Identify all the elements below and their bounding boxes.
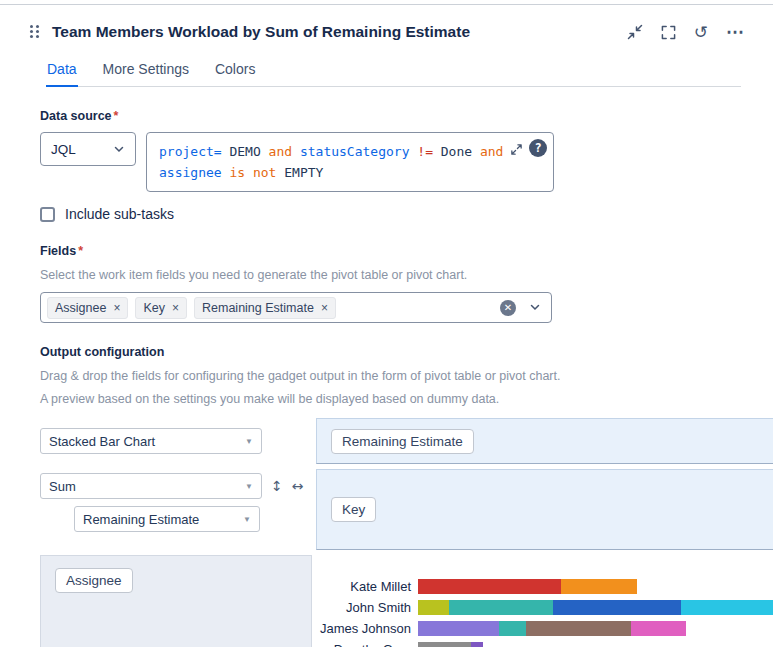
fields-chevron-down-icon[interactable] xyxy=(529,299,541,317)
chart-bar xyxy=(418,621,686,636)
required-asterisk: * xyxy=(78,244,83,258)
chart-bar-segment xyxy=(418,600,449,615)
chart-bar-segment xyxy=(418,579,561,594)
select-arrow-icon: ▼ xyxy=(245,482,253,491)
chart-bar-segment xyxy=(631,621,686,636)
chart-bar xyxy=(418,642,483,647)
rows-field-chip[interactable]: Key xyxy=(331,497,376,522)
fields-label: Fields* xyxy=(40,244,745,258)
field-chip[interactable]: Key× xyxy=(135,297,187,319)
chart-bar-segment xyxy=(471,642,483,647)
chart-category-label: Kate Millet xyxy=(316,579,418,594)
select-arrow-icon: ▼ xyxy=(243,515,251,524)
chart-type-value: Stacked Bar Chart xyxy=(49,434,155,449)
tab-bar: Data More Settings Colors xyxy=(46,57,741,87)
chart-bar-segment xyxy=(418,642,471,647)
tab-more-settings[interactable]: More Settings xyxy=(102,57,190,86)
fields-chip-list: Assignee×Key×Remaining Estimate× xyxy=(47,297,336,319)
output-config-label: Output configuration xyxy=(40,345,745,359)
data-source-label: Data source* xyxy=(40,109,745,123)
field-chip-label: Key xyxy=(143,301,165,315)
move-horizontal-icon[interactable]: ↔ xyxy=(292,478,304,494)
output-helper-line2: A preview based on the settings you make… xyxy=(40,390,745,408)
chart-bar-segment xyxy=(526,621,631,636)
aggregation-row: Sum ▼ ↕ ↔ xyxy=(40,473,312,499)
chart-bar-segment xyxy=(553,600,681,615)
jql-token-field: statusCategory xyxy=(300,144,417,159)
more-menu-icon[interactable]: ⋯ xyxy=(726,23,745,41)
aggregation-field-value: Remaining Estimate xyxy=(83,512,199,527)
expand-icon[interactable] xyxy=(661,25,676,40)
category-field-chip[interactable]: Assignee xyxy=(55,568,133,593)
jql-token-keyword: and xyxy=(480,144,503,159)
header-actions: ↺ ⋯ xyxy=(627,23,745,41)
field-chip-label: Remaining Estimate xyxy=(202,301,314,315)
remove-chip-icon[interactable]: × xyxy=(321,302,328,314)
chart-bar xyxy=(418,579,637,594)
fields-helper-text: Select the work item fields you need to … xyxy=(40,266,745,284)
query-type-value: JQL xyxy=(51,142,76,157)
chart-category-label: Dorothy Grey xyxy=(316,642,418,647)
chart-bar-segment xyxy=(499,621,526,636)
query-type-select[interactable]: JQL xyxy=(40,132,136,166)
jql-token-value: Done xyxy=(441,144,480,159)
collapse-icon[interactable] xyxy=(627,24,643,40)
fields-multiselect[interactable]: Assignee×Key×Remaining Estimate× ✕ xyxy=(40,292,552,323)
chart-category-label: John Smith xyxy=(316,600,418,615)
chart-bar-segment xyxy=(418,621,499,636)
columns-field-chip[interactable]: Remaining Estimate xyxy=(331,429,474,454)
required-asterisk: * xyxy=(114,109,119,123)
help-icon[interactable]: ? xyxy=(529,139,547,157)
aggregation-cell: Sum ▼ ↕ ↔ Remaining Estimate ▼ xyxy=(40,469,312,550)
jql-token-keyword: is not xyxy=(229,165,284,180)
jql-token-keyword: and xyxy=(269,144,300,159)
jql-editor-text: project= DEMO and statusCategory != Done… xyxy=(159,144,503,180)
aggregation-value: Sum xyxy=(49,479,76,494)
output-helper-line1: Drag & drop the fields for configuring t… xyxy=(40,367,745,385)
chart-bar-segment xyxy=(681,600,773,615)
chart-bar-row: John Smith xyxy=(316,600,773,615)
category-dropzone[interactable]: Assignee xyxy=(40,555,312,647)
tab-data[interactable]: Data xyxy=(46,57,78,86)
jql-token-operator: != xyxy=(417,144,440,159)
gadget-header: Team Members Workload by Sum of Remainin… xyxy=(0,5,773,41)
data-source-row: JQL project= DEMO and statusCategory != … xyxy=(40,132,745,192)
jql-editor[interactable]: project= DEMO and statusCategory != Done… xyxy=(146,132,554,192)
remove-chip-icon[interactable]: × xyxy=(172,302,179,314)
gadget-config-panel: Team Members Workload by Sum of Remainin… xyxy=(0,4,773,647)
field-chip-label: Assignee xyxy=(55,301,106,315)
chart-bar xyxy=(418,600,773,615)
chart-category-label: James Johnson xyxy=(316,621,418,636)
select-arrow-icon: ▼ xyxy=(245,437,253,446)
chart-type-select[interactable]: Stacked Bar Chart ▼ xyxy=(40,428,262,454)
field-chip[interactable]: Remaining Estimate× xyxy=(194,297,336,319)
include-subtasks-row: Include sub-tasks xyxy=(40,206,745,222)
jql-expand-icon[interactable] xyxy=(510,143,523,156)
preview-chart: Kate MilletJohn SmithJames JohnsonDoroth… xyxy=(316,555,773,647)
drag-handle-icon[interactable] xyxy=(30,25,40,39)
aggregation-field-select[interactable]: Remaining Estimate ▼ xyxy=(74,506,260,532)
jql-token-value: DEMO xyxy=(229,144,268,159)
chart-type-cell: Stacked Bar Chart ▼ xyxy=(40,418,312,464)
aggregation-select[interactable]: Sum ▼ xyxy=(40,473,262,499)
field-chip[interactable]: Assignee× xyxy=(47,297,128,319)
chevron-down-icon xyxy=(113,143,125,155)
include-subtasks-label: Include sub-tasks xyxy=(65,206,174,222)
chart-bar-row: Dorothy Grey xyxy=(316,642,773,647)
columns-dropzone[interactable]: Remaining Estimate xyxy=(316,418,773,464)
chart-bar-row: Kate Millet xyxy=(316,579,773,594)
chart-bar-segment xyxy=(449,600,553,615)
jql-token-field: project= xyxy=(159,144,229,159)
rows-dropzone[interactable]: Key xyxy=(316,469,773,550)
gadget-title: Team Members Workload by Sum of Remainin… xyxy=(52,23,627,41)
remove-chip-icon[interactable]: × xyxy=(113,302,120,314)
move-vertical-icon[interactable]: ↕ xyxy=(271,478,283,494)
tab-colors[interactable]: Colors xyxy=(214,57,256,86)
refresh-icon[interactable]: ↺ xyxy=(694,24,708,41)
output-preview-grid: Stacked Bar Chart ▼ Remaining Estimate S… xyxy=(40,418,773,647)
chart-bar-row: James Johnson xyxy=(316,621,773,636)
clear-all-icon[interactable]: ✕ xyxy=(500,300,516,316)
include-subtasks-checkbox[interactable] xyxy=(40,207,55,222)
jql-token-field: assignee xyxy=(159,165,229,180)
tab-content: Data source* JQL project= DEMO and statu… xyxy=(0,109,773,408)
